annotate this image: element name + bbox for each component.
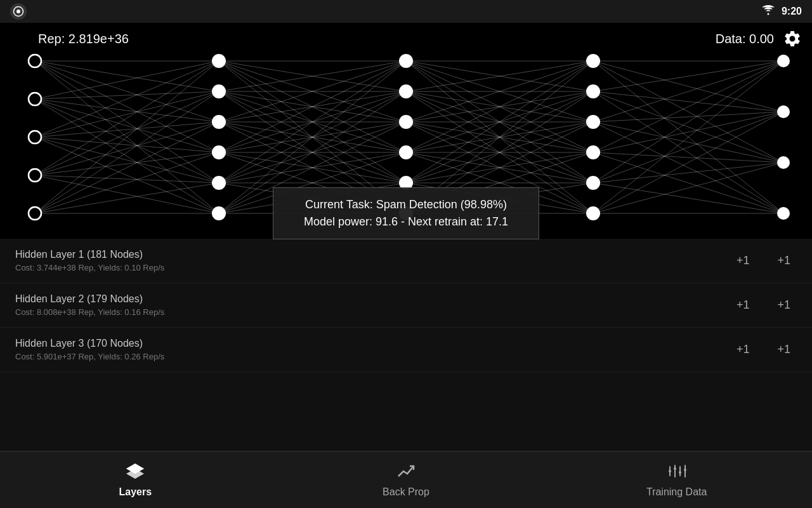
layers-nav-icon (125, 462, 145, 483)
app-icon (10, 3, 27, 20)
layer-btn1-1[interactable]: +1 (730, 250, 756, 271)
svg-point-1 (16, 10, 20, 13)
tooltip-line1: Current Task: Spam Detection (98.98%) (291, 198, 521, 211)
layer-item-3: Hidden Layer 3 (170 Nodes) Cost: 5.901e+… (0, 328, 812, 372)
wifi-icon (761, 5, 775, 18)
layer-name-1: Hidden Layer 1 (181 Nodes) (15, 249, 730, 260)
layers-list: Hidden Layer 1 (181 Nodes) Cost: 3.744e+… (0, 239, 812, 451)
bottom-nav: Layers Back Prop Training Data (0, 451, 812, 508)
layer-btn2-1[interactable]: +1 (771, 250, 797, 271)
backprop-nav-icon (396, 462, 416, 483)
nav-layers-label: Layers (119, 486, 152, 498)
layer-item-2: Hidden Layer 2 (179 Nodes) Cost: 8.008e+… (0, 283, 812, 328)
svg-rect-8 (674, 467, 676, 470)
nav-layers[interactable]: Layers (0, 456, 271, 504)
layer-info-3: Hidden Layer 3 (170 Nodes) Cost: 5.901e+… (15, 338, 730, 361)
layer-btn2-2[interactable]: +1 (771, 295, 797, 316)
svg-rect-7 (674, 465, 676, 478)
nav-trainingdata[interactable]: Training Data (541, 456, 812, 504)
svg-rect-6 (669, 470, 671, 472)
trainingdata-nav-icon (667, 462, 687, 483)
nav-backprop-label: Back Prop (383, 486, 429, 498)
svg-rect-10 (679, 471, 681, 474)
layer-cost-3: Cost: 5.901e+37 Rep, Yields: 0.26 Rep/s (15, 352, 730, 361)
layer-buttons-3: +1 +1 (730, 339, 797, 360)
layer-name-3: Hidden Layer 3 (170 Nodes) (15, 338, 730, 349)
layer-item-1: Hidden Layer 1 (181 Nodes) Cost: 3.744e+… (0, 239, 812, 283)
status-right: 9:20 (761, 5, 802, 18)
layer-buttons-2: +1 +1 (730, 295, 797, 316)
layer-info-1: Hidden Layer 1 (181 Nodes) Cost: 3.744e+… (15, 249, 730, 272)
tooltip-line2: Model power: 91.6 - Next retrain at: 17.… (291, 215, 521, 229)
layer-name-2: Hidden Layer 2 (179 Nodes) (15, 293, 730, 305)
layer-cost-1: Cost: 3.744e+38 Rep, Yields: 0.10 Rep/s (15, 263, 730, 272)
nav-backprop[interactable]: Back Prop (271, 456, 542, 504)
nav-trainingdata-label: Training Data (646, 486, 707, 498)
settings-icon[interactable] (783, 29, 802, 51)
tooltip-box: Current Task: Spam Detection (98.98%) Mo… (273, 187, 539, 239)
layer-btn1-3[interactable]: +1 (730, 339, 756, 360)
status-bar: 9:20 (0, 0, 812, 23)
svg-rect-12 (684, 469, 686, 471)
layer-btn2-3[interactable]: +1 (771, 339, 797, 360)
svg-marker-4 (126, 464, 144, 474)
layer-info-2: Hidden Layer 2 (179 Nodes) Cost: 8.008e+… (15, 293, 730, 317)
layer-btn1-2[interactable]: +1 (730, 295, 756, 316)
layer-cost-2: Cost: 8.008e+38 Rep, Yields: 0.16 Rep/s (15, 307, 730, 317)
status-time: 9:20 (782, 6, 802, 17)
layer-buttons-1: +1 +1 (730, 250, 797, 271)
